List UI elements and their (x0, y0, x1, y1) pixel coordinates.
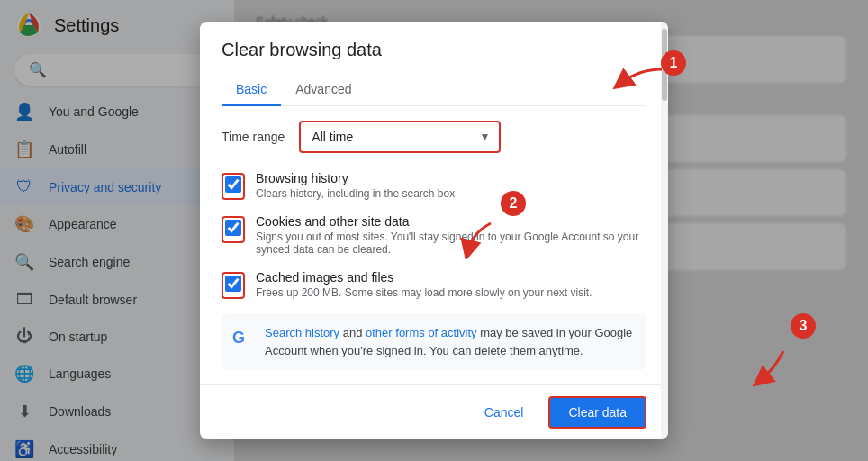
checkbox-wrapper-cookies (222, 216, 245, 243)
tab-basic[interactable]: Basic (222, 75, 281, 106)
checkbox-item-cookies: Cookies and other site data Signs you ou… (222, 214, 646, 256)
notice-text-1: and (343, 326, 366, 339)
other-forms-link[interactable]: other forms of activity (366, 326, 477, 339)
checkbox-title-cookies: Cookies and other site data (256, 214, 646, 229)
checkbox-content-browsing-history: Browsing history Clears history, includi… (256, 171, 646, 200)
time-range-row: Time range All time Last hour Last 24 ho… (222, 121, 646, 153)
tab-advanced[interactable]: Advanced (281, 75, 366, 106)
modal-body: Time range All time Last hour Last 24 ho… (200, 106, 668, 384)
checkbox-desc-browsing-history: Clears history, including in the search … (256, 187, 646, 200)
time-range-select[interactable]: All time Last hour Last 24 hours Last 7 … (301, 122, 499, 151)
clear-browsing-dialog: Clear browsing data Basic Advanced Time … (200, 22, 668, 439)
checkbox-browsing-history[interactable] (225, 176, 241, 193)
time-range-label: Time range (222, 130, 285, 144)
checkbox-wrapper-cached (222, 272, 245, 299)
checkbox-content-cached: Cached images and files Frees up 200 MB.… (256, 270, 646, 299)
search-history-link[interactable]: Search history (265, 326, 339, 339)
checkbox-desc-cached: Frees up 200 MB. Some sites may load mor… (256, 286, 646, 299)
cancel-button[interactable]: Cancel (466, 396, 542, 429)
clear-data-button[interactable]: Clear data (548, 396, 646, 429)
checkbox-wrapper-browsing-history (222, 173, 245, 200)
modal-footer: Cancel Clear data (200, 384, 668, 439)
badge-1: 1 (661, 50, 686, 76)
checkbox-item-cached: Cached images and files Frees up 200 MB.… (222, 270, 646, 299)
badge-2: 2 (501, 191, 526, 216)
checkbox-container: Browsing history Clears history, includi… (222, 171, 646, 299)
checkbox-cached[interactable] (225, 276, 241, 292)
checkbox-desc-cookies: Signs you out of most sites. You'll stay… (256, 230, 646, 256)
checkbox-title-cached: Cached images and files (256, 270, 646, 285)
modal-overlay: Clear browsing data Basic Advanced Time … (0, 0, 868, 461)
checkbox-cookies[interactable] (225, 220, 241, 236)
time-range-select-wrapper[interactable]: All time Last hour Last 24 hours Last 7 … (299, 121, 501, 153)
google-g-icon: G (232, 326, 254, 359)
modal-scrollbar[interactable] (661, 22, 668, 439)
google-notice-text: Search history and other forms of activi… (265, 324, 636, 359)
modal-title: Clear browsing data (222, 40, 646, 60)
modal-header: Clear browsing data (200, 22, 668, 75)
checkbox-title-browsing-history: Browsing history (256, 171, 646, 185)
badge-3: 3 (791, 313, 816, 339)
google-notice: G Search history and other forms of acti… (222, 313, 646, 370)
checkbox-content-cookies: Cookies and other site data Signs you ou… (256, 214, 646, 256)
modal-tabs: Basic Advanced (222, 75, 646, 106)
checkbox-item-browsing-history: Browsing history Clears history, includi… (222, 171, 646, 200)
